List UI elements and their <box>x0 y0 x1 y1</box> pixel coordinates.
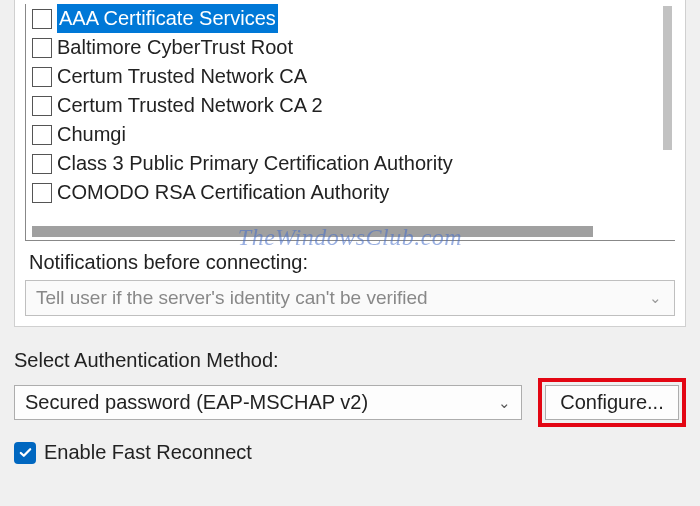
certificate-item[interactable]: Class 3 Public Primary Certification Aut… <box>28 149 673 178</box>
auth-method-dropdown[interactable]: Secured password (EAP-MSCHAP v2) ⌄ <box>14 385 522 420</box>
vertical-scrollbar[interactable] <box>663 6 672 150</box>
certificate-item[interactable]: COMODO RSA Certification Authority <box>28 178 673 207</box>
enable-fast-reconnect-checkbox[interactable]: Enable Fast Reconnect <box>14 441 686 464</box>
certificate-item[interactable]: Certum Trusted Network CA <box>28 62 673 91</box>
checkbox-checked-icon <box>14 442 36 464</box>
certificate-label: Chumgi <box>57 120 126 149</box>
certificate-checkbox[interactable] <box>32 67 52 87</box>
certificate-item[interactable]: AAA Certificate Services <box>28 4 673 33</box>
enable-fast-reconnect-label: Enable Fast Reconnect <box>44 441 252 464</box>
notifications-dropdown[interactable]: Tell user if the server's identity can't… <box>25 280 675 316</box>
certificate-label: Certum Trusted Network CA 2 <box>57 91 323 120</box>
certificate-item[interactable]: Baltimore CyberTrust Root <box>28 33 673 62</box>
chevron-down-icon: ⌄ <box>649 289 662 307</box>
certificate-item[interactable]: Certum Trusted Network CA 2 <box>28 91 673 120</box>
certificate-checkbox[interactable] <box>32 154 52 174</box>
certificate-checkbox[interactable] <box>32 38 52 58</box>
certificate-checkbox[interactable] <box>32 125 52 145</box>
certificate-label: COMODO RSA Certification Authority <box>57 178 389 207</box>
horizontal-scrollbar-thumb[interactable] <box>32 226 593 237</box>
certificate-label: Class 3 Public Primary Certification Aut… <box>57 149 453 178</box>
auth-method-dropdown-value: Secured password (EAP-MSCHAP v2) <box>25 391 368 414</box>
chevron-down-icon: ⌄ <box>498 394 511 412</box>
auth-method-section: Select Authentication Method: Secured pa… <box>14 349 686 427</box>
certificate-checkbox[interactable] <box>32 183 52 203</box>
dialog-panel: AAA Certificate ServicesBaltimore CyberT… <box>0 0 700 464</box>
certificate-label: Certum Trusted Network CA <box>57 62 307 91</box>
notifications-label: Notifications before connecting: <box>29 251 675 274</box>
notifications-dropdown-value: Tell user if the server's identity can't… <box>36 287 428 309</box>
certificate-label: Baltimore CyberTrust Root <box>57 33 293 62</box>
configure-highlight: Configure... <box>538 378 686 427</box>
certificate-item[interactable]: Chumgi <box>28 120 673 149</box>
certificate-checkbox[interactable] <box>32 9 52 29</box>
certificates-listbox[interactable]: AAA Certificate ServicesBaltimore CyberT… <box>25 4 675 241</box>
certificate-label: AAA Certificate Services <box>57 4 278 33</box>
certificate-checkbox[interactable] <box>32 96 52 116</box>
horizontal-scrollbar-track[interactable] <box>32 226 669 237</box>
certificates-group: AAA Certificate ServicesBaltimore CyberT… <box>14 0 686 327</box>
configure-button[interactable]: Configure... <box>545 385 679 420</box>
auth-method-label: Select Authentication Method: <box>14 349 686 372</box>
